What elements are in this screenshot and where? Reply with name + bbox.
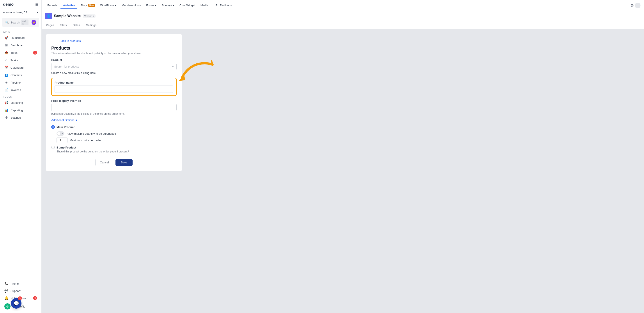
product-dropdown[interactable]: Search for products ▾: [51, 63, 176, 70]
form-subtitle: This information will be displayed publi…: [51, 52, 176, 55]
sidebar-header: demo ☰: [0, 0, 42, 9]
sidebar-item-label: Support: [10, 289, 20, 292]
topnav-forms[interactable]: Forms ▾: [144, 3, 159, 8]
product-field-label: Product: [51, 58, 176, 62]
bump-product-label: Bump Product: [56, 146, 76, 149]
inbox-icon: 📥: [4, 51, 8, 55]
sidebar-item-marketing[interactable]: 📢 Marketing: [1, 99, 40, 106]
sidebar-item-phone[interactable]: 📞 Phone: [1, 280, 40, 287]
sidebar-item-pipeline[interactable]: ◈ Pipeline: [1, 79, 40, 86]
save-button[interactable]: Save: [116, 159, 132, 166]
sidebar-item-label: Launchpad: [10, 36, 24, 40]
radio-selected-icon: [51, 125, 55, 129]
main-product-label: Main Product: [56, 125, 74, 129]
subnav-sales[interactable]: Sales: [72, 21, 81, 29]
account-name: Account -- Irvine, CA: [3, 11, 28, 14]
max-units-label: Maximum units per order: [70, 139, 101, 142]
subnav-pages[interactable]: Pages: [45, 21, 55, 29]
topnav-memberships[interactable]: Memberships ▾: [120, 3, 143, 8]
sidebar-item-label: Inbox: [10, 51, 18, 54]
gear-icon[interactable]: ⚙: [630, 3, 634, 8]
sidebar-item-label: Tasks: [10, 59, 18, 62]
support-icon: 💬: [4, 289, 8, 293]
surveys-chevron: ▾: [173, 4, 174, 7]
subnav-settings[interactable]: Settings: [85, 21, 97, 29]
sidebar-item-support[interactable]: 💬 Support: [1, 287, 40, 294]
back-to-products-link[interactable]: ← ← Back to products: [51, 39, 176, 43]
settings-label: Settings: [86, 24, 96, 27]
topnav-funnels[interactable]: Funnels: [45, 3, 60, 8]
sidebar-item-tasks[interactable]: ✓ Tasks: [1, 57, 40, 64]
bump-product-radio[interactable]: Bump Product: [51, 146, 176, 149]
wordpress-chevron: ▾: [115, 4, 116, 7]
max-units-row: Maximum units per order: [56, 138, 176, 143]
create-product-link[interactable]: Create a new product by clicking Here.: [51, 72, 176, 75]
dashboard-icon: ⊞: [4, 43, 8, 47]
memberships-label: Memberships: [122, 4, 139, 7]
sidebar-item-label: Contacts: [10, 74, 22, 77]
topnav-url-redirects[interactable]: URL Redirects: [211, 3, 234, 8]
product-name-label: Product name: [54, 81, 173, 84]
invoices-icon: 📄: [4, 88, 8, 92]
allow-multiple-label: Allow multiple quantity to be purchased: [66, 132, 116, 135]
sidebar-item-launchpad[interactable]: 🚀 Launchpad: [1, 34, 40, 41]
subnav-stats[interactable]: Stats: [60, 21, 68, 29]
topnav-media[interactable]: Media: [198, 3, 210, 8]
chat-widget-label: Chat Widget: [180, 4, 195, 7]
sidebar-item-invoices[interactable]: 📄 Invoices: [1, 86, 40, 93]
new-badge: New: [88, 4, 95, 7]
topnav-surveys[interactable]: Surveys ▾: [160, 3, 176, 8]
main-product-radio[interactable]: Main Product: [51, 125, 176, 129]
content-area: ← ← Back to products Products This infor…: [42, 30, 644, 313]
max-units-input[interactable]: [56, 138, 68, 143]
cancel-button[interactable]: Cancel: [95, 159, 113, 166]
back-arrow-icon: ←: [51, 39, 54, 43]
inbox-badge: 1: [33, 51, 37, 55]
additional-options-toggle[interactable]: Additional Options ▾: [51, 118, 176, 122]
apps-section-label: Apps: [0, 29, 42, 34]
sidebar-item-contacts[interactable]: 👥 Contacts: [1, 72, 40, 79]
website-title-bar: 🌐 Sample Website Version 2: [42, 11, 644, 21]
main-area: Funnels Websites Blogs New WordPress ▾ M…: [42, 0, 644, 313]
topnav-websites[interactable]: Websites: [60, 2, 77, 9]
topnav-chat-widget[interactable]: Chat Widget: [177, 3, 198, 8]
allow-multiple-toggle[interactable]: ✕: [56, 131, 64, 136]
chevron-down-icon: ▾: [37, 11, 38, 14]
toggle-knob: [57, 132, 60, 135]
products-form: ← ← Back to products Products This infor…: [46, 34, 182, 171]
form-buttons: Cancel Save: [51, 157, 176, 166]
sidebar-item-reporting[interactable]: 📊 Reporting: [1, 107, 40, 114]
sidebar-item-dashboard[interactable]: ⊞ Dashboard: [1, 42, 40, 49]
toggle-x-icon: ✕: [62, 133, 64, 135]
bolt-icon[interactable]: ⚡: [32, 20, 36, 25]
main-product-radio-section: Main Product ✕ Allow multiple quantity t…: [51, 125, 176, 153]
funnels-label: Funnels: [47, 4, 58, 7]
pipeline-icon: ◈: [4, 81, 8, 85]
user-circle[interactable]: [635, 3, 640, 8]
website-name: Sample Website: [54, 14, 81, 18]
version-badge: Version 2: [83, 14, 96, 18]
dropdown-chevron-icon: ▾: [172, 65, 174, 68]
stats-label: Stats: [60, 24, 67, 27]
bump-radio-empty: [51, 146, 55, 149]
account-selector[interactable]: Account -- Irvine, CA ▾: [0, 9, 42, 16]
memberships-chevron: ▾: [139, 4, 141, 7]
sidebar-item-settings[interactable]: ⚙ Settings: [1, 114, 40, 121]
notifications-icon: 🔔: [4, 296, 8, 300]
product-name-input[interactable]: [54, 86, 173, 93]
nav-separator: [236, 3, 236, 8]
topnav-blogs[interactable]: Blogs New: [78, 3, 97, 8]
price-input[interactable]: [51, 104, 176, 111]
search-icon: 🔍: [5, 21, 9, 24]
topnav-wordpress[interactable]: WordPress ▾: [98, 3, 118, 8]
menu-icon[interactable]: ☰: [35, 3, 38, 7]
sidebar-item-calendars[interactable]: 📅 Calendars: [1, 64, 40, 71]
sidebar-item-inbox[interactable]: 📥 Inbox 1: [1, 49, 40, 56]
sidebar-item-label: Settings: [10, 116, 21, 119]
surveys-label: Surveys: [162, 4, 172, 7]
media-label: Media: [200, 4, 208, 7]
contacts-icon: 👥: [4, 73, 8, 77]
bump-hint: Should this product be the bump on the o…: [56, 150, 176, 153]
reporting-icon: 📊: [4, 108, 8, 112]
search-bar[interactable]: 🔍 Search ctrl K ⚡: [2, 18, 39, 27]
